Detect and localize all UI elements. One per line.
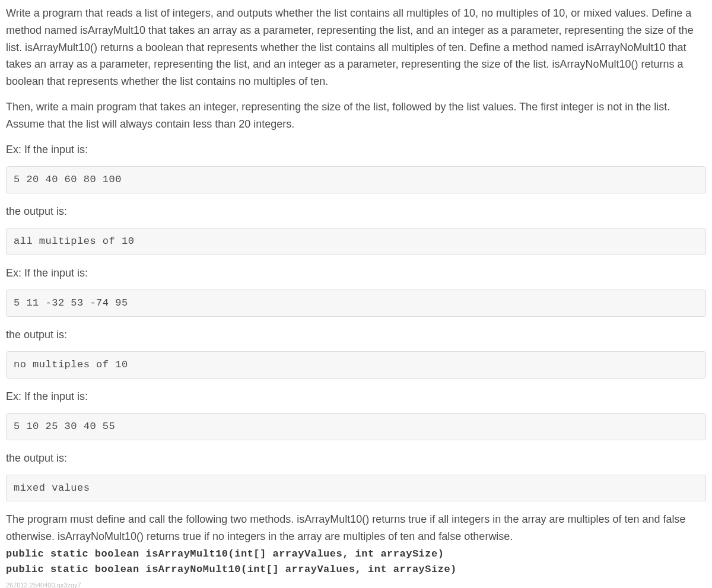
output-label-1: the output is: — [6, 203, 706, 220]
output-label-2: the output is: — [6, 326, 706, 344]
output-label-3: the output is: — [6, 450, 706, 467]
example-input-label-3: Ex: If the input is: — [6, 388, 706, 405]
code-block-input-1: 5 20 40 60 80 100 — [6, 166, 706, 193]
method-signature-2: public static boolean isArrayNoMult10(in… — [6, 562, 706, 577]
code-block-input-3: 5 10 25 30 40 55 — [6, 413, 706, 440]
example-input-label-2: Ex: If the input is: — [6, 265, 706, 282]
footer-id: 267012.2540400.qx3zqy7 — [6, 580, 706, 588]
example-input-label-1: Ex: If the input is: — [6, 141, 706, 158]
code-block-output-1: all multiples of 10 — [6, 228, 706, 255]
conclusion-paragraph: The program must define and call the fol… — [6, 511, 706, 545]
code-block-output-3: mixed values — [6, 475, 706, 501]
method-signature-1: public static boolean isArrayMult10(int[… — [6, 546, 706, 562]
code-block-output-2: no multiples of 10 — [6, 351, 706, 378]
problem-description-intro: Write a program that reads a list of int… — [6, 5, 706, 90]
problem-description-main: Then, write a main program that takes an… — [6, 98, 706, 133]
code-block-input-2: 5 11 -32 53 -74 95 — [6, 290, 706, 316]
